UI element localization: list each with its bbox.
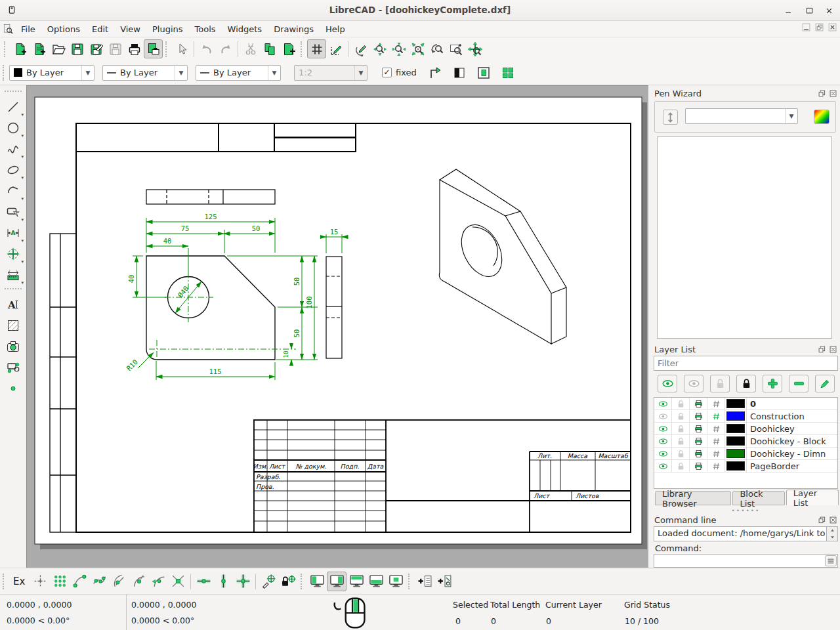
- color-combobox[interactable]: By Layer ▼: [9, 65, 94, 81]
- toolbar-handle[interactable]: [301, 41, 305, 57]
- block-tool-button[interactable]: [3, 357, 24, 377]
- toolbar-handle[interactable]: [4, 41, 9, 57]
- dock-right-button[interactable]: [327, 572, 346, 591]
- toolbar-handle[interactable]: [301, 574, 305, 589]
- layer-construction-icon[interactable]: [707, 423, 725, 434]
- ortho-toggle-button[interactable]: [326, 39, 345, 58]
- layer-visible-icon[interactable]: [654, 460, 672, 472]
- layer-construction-icon[interactable]: [707, 435, 725, 447]
- close-dock-icon[interactable]: [829, 345, 837, 354]
- command-history[interactable]: Loaded document: /home/garys/Link to: [654, 526, 827, 541]
- layer-color-swatch[interactable]: [726, 424, 745, 433]
- add-tool-widget-button[interactable]: [434, 572, 454, 591]
- previous-view-button[interactable]: [427, 39, 446, 58]
- close-dock-icon[interactable]: [829, 516, 837, 524]
- maximize-button[interactable]: [801, 5, 818, 16]
- mdi-minimize-icon[interactable]: [801, 22, 811, 32]
- snap-middle-button[interactable]: [129, 572, 148, 591]
- layer-construction-icon[interactable]: [707, 460, 725, 472]
- layer-lock-icon[interactable]: [672, 423, 690, 434]
- hatch-tool-button[interactable]: [3, 315, 24, 335]
- layer-name[interactable]: Doohickey - Dimn: [747, 449, 826, 459]
- toolbar-handle[interactable]: [5, 91, 22, 95]
- snap-distance-button[interactable]: [148, 572, 168, 591]
- float-dock-icon[interactable]: [818, 516, 826, 524]
- scroll-down-icon[interactable]: [827, 534, 837, 541]
- toolbar-handle[interactable]: [3, 65, 7, 81]
- zoom-window-button[interactable]: [446, 39, 465, 58]
- copy-button[interactable]: [260, 39, 279, 58]
- dock-float-button[interactable]: [386, 572, 406, 591]
- menu-drawings[interactable]: Drawings: [268, 22, 320, 36]
- toolbar-handle[interactable]: [165, 41, 170, 57]
- hide-all-layers-button[interactable]: [684, 375, 704, 392]
- layer-row[interactable]: Doohickey - Block: [654, 435, 837, 448]
- layer-color-swatch[interactable]: [726, 436, 745, 446]
- toolbar-handle[interactable]: [408, 574, 413, 589]
- restrict-horizontal-button[interactable]: [194, 572, 213, 591]
- snap-center-button[interactable]: [109, 572, 129, 591]
- layer-print-icon[interactable]: [690, 460, 707, 472]
- print-button[interactable]: [125, 39, 144, 58]
- layer-visible-icon[interactable]: [654, 448, 672, 459]
- layer-row[interactable]: PageBorder: [654, 460, 837, 472]
- restrict-orthogonal-button[interactable]: [233, 572, 253, 591]
- frame-preview-button[interactable]: [474, 63, 494, 82]
- text-tool-button[interactable]: A: [3, 294, 24, 314]
- lock-all-layers-button[interactable]: [736, 375, 756, 392]
- menu-widgets[interactable]: Widgets: [222, 22, 268, 36]
- scroll-up-icon[interactable]: [827, 527, 837, 534]
- snap-endpoints-button[interactable]: [70, 572, 89, 591]
- layer-name[interactable]: Construction: [747, 411, 805, 421]
- layer-row[interactable]: Doohickey: [654, 423, 837, 435]
- tab-layer-list[interactable]: Layer List: [786, 490, 839, 505]
- layer-name[interactable]: PageBorder: [747, 461, 799, 471]
- layer-row[interactable]: Doohickey - Dimn: [654, 448, 837, 460]
- menu-help[interactable]: Help: [320, 22, 351, 36]
- float-dock-icon[interactable]: [818, 345, 826, 354]
- dock-top-button[interactable]: [346, 572, 366, 591]
- layer-name[interactable]: 0: [747, 399, 756, 409]
- command-input[interactable]: [654, 554, 838, 568]
- add-command-widget-button[interactable]: [415, 572, 434, 591]
- layer-color-swatch[interactable]: [726, 411, 745, 421]
- mdi-close-icon[interactable]: [828, 22, 837, 32]
- layer-color-swatch[interactable]: [726, 399, 745, 408]
- menu-edit[interactable]: Edit: [86, 22, 114, 36]
- layer-visible-icon[interactable]: [654, 435, 672, 447]
- layer-lock-icon[interactable]: [672, 435, 690, 447]
- contrast-view-button[interactable]: [450, 63, 469, 82]
- print-preview-button[interactable]: [144, 39, 163, 58]
- menu-options[interactable]: Options: [41, 22, 86, 36]
- snap-intersection-button[interactable]: [168, 572, 188, 591]
- layer-lock-icon[interactable]: [672, 398, 690, 410]
- layer-construction-icon[interactable]: [707, 410, 725, 422]
- snap-free-button[interactable]: [30, 572, 50, 591]
- unlock-all-layers-button[interactable]: [710, 375, 730, 392]
- pen-wizard-combobox[interactable]: ▼: [685, 108, 798, 124]
- minimize-button[interactable]: [780, 5, 797, 16]
- drawing-sheet[interactable]: 125 75 50 40 40 50 100 50 10 115 R10 Ø40…: [27, 86, 649, 568]
- auto-zoom-button[interactable]: [408, 39, 427, 58]
- layer-print-icon[interactable]: [690, 410, 707, 422]
- layer-print-icon[interactable]: [690, 435, 707, 447]
- layer-lock-icon[interactable]: [672, 410, 690, 422]
- paste-button[interactable]: [279, 39, 298, 58]
- layer-name[interactable]: Doohickey - Block: [747, 436, 826, 446]
- line-tool-button[interactable]: [3, 96, 24, 117]
- layer-print-icon[interactable]: [690, 448, 707, 459]
- measure-tool-button[interactable]: [3, 264, 24, 285]
- layer-visible-icon[interactable]: [654, 410, 672, 422]
- point-tool-button[interactable]: [3, 378, 24, 398]
- history-scrollbar[interactable]: [827, 526, 838, 541]
- image-tool-button[interactable]: [3, 336, 24, 356]
- layer-construction-icon[interactable]: [707, 398, 725, 410]
- show-all-layers-button[interactable]: [658, 375, 677, 392]
- mdi-restore-icon[interactable]: [814, 22, 824, 32]
- zoom-out-button[interactable]: [389, 39, 408, 58]
- multi-grid-button[interactable]: [499, 63, 518, 82]
- toolbar-handle[interactable]: [3, 574, 7, 589]
- spinner-button[interactable]: [663, 110, 678, 125]
- layer-name[interactable]: Doohickey: [747, 424, 795, 434]
- layer-lock-icon[interactable]: [672, 460, 690, 472]
